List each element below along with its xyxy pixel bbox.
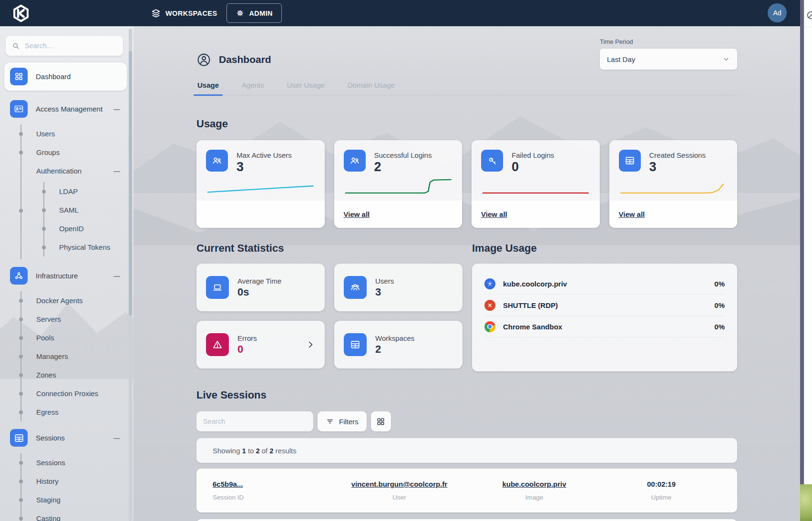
time-period-select[interactable]: Last Day: [600, 49, 737, 70]
layers-icon: [151, 8, 161, 19]
collapse-minus-icon[interactable]: [113, 109, 120, 110]
users-trio-icon: [344, 276, 367, 299]
sidebar-item-dashboard[interactable]: Dashboard: [4, 62, 127, 91]
stat-card-errors[interactable]: Errors0: [196, 321, 325, 368]
sparkline-chart: [344, 175, 453, 196]
session-image-link[interactable]: kube.coolcorp.priv: [502, 480, 566, 488]
usage-card-value: 3: [236, 160, 292, 174]
page-scrollbar[interactable]: [800, 0, 804, 484]
image-usage-row: SHUTTLE (RDP)0%: [484, 295, 725, 316]
sidebar-item-ldap[interactable]: LDAP: [44, 182, 134, 201]
current-statistics-cards: Average Time0sUsers3Errors0Workspaces2: [196, 264, 463, 368]
stat-card-value: 3: [375, 286, 394, 298]
sidebar-item-label: Dashboard: [36, 72, 71, 81]
sidebar-item-egress[interactable]: Egress: [21, 403, 134, 421]
sidebar-section-infrastructure[interactable]: Infrastructure: [0, 262, 134, 289]
table-icon: [10, 429, 28, 447]
tab-agents[interactable]: Agents: [241, 81, 265, 95]
kasm-logo-icon[interactable]: [11, 4, 31, 23]
collapse-minus-icon[interactable]: [113, 276, 120, 277]
main-content: Dashboard Time Period Last Day UsageAgen…: [134, 26, 800, 521]
id-card-icon: [10, 100, 28, 118]
sidebar-item-authentication[interactable]: Authentication: [36, 162, 134, 180]
usage-card-max-active-users: Max Active Users3: [196, 140, 325, 228]
tab-domain-usage[interactable]: Domain Usage: [347, 81, 396, 95]
blocked-slash-icon: [806, 10, 812, 20]
live-sessions-search-input[interactable]: [203, 418, 307, 425]
view-all-link[interactable]: View all: [344, 210, 370, 218]
sidebar-item-docker-agents[interactable]: Docker Agents: [21, 291, 134, 310]
sidebar-navigation: DashboardAccess ManagementUsersGroupsAut…: [0, 62, 134, 521]
stat-card-workspaces: Workspaces2: [334, 321, 463, 368]
stat-card-users: Users3: [334, 264, 463, 311]
sidebar-item-sessions[interactable]: Sessions: [21, 453, 134, 472]
sidebar-item-zones[interactable]: Zones: [21, 366, 134, 384]
sidebar-item-history[interactable]: History: [21, 472, 134, 490]
table-icon: [344, 333, 367, 356]
view-all-link[interactable]: View all: [619, 210, 645, 218]
background-image-fragment: [800, 484, 812, 521]
stat-card-label: Average Time: [237, 277, 281, 285]
session-id-link[interactable]: 6c5b9a...: [213, 480, 243, 488]
image-usage-title: Image Usage: [472, 242, 737, 255]
session-user-link[interactable]: vincent.burgun@coolcorp.fr: [351, 480, 447, 488]
sidebar-item-groups[interactable]: Groups: [21, 143, 134, 162]
usage-card-value: 3: [649, 160, 706, 174]
usage-card-failed-logins: Failed Logins0View all: [472, 140, 600, 228]
view-all-link[interactable]: View all: [481, 210, 507, 218]
sparkline-chart: [619, 175, 728, 196]
page-title: Dashboard: [219, 54, 271, 65]
usage-section-title: Usage: [196, 118, 737, 130]
image-name: kube.coolcorp.priv: [503, 280, 567, 288]
sidebar-search-input[interactable]: [25, 42, 106, 50]
sidebar-search[interactable]: [6, 36, 123, 56]
sidebar-item-connection-proxies[interactable]: Connection Proxies: [21, 384, 134, 403]
chrome-icon: [484, 321, 495, 332]
workspaces-nav-link[interactable]: WORKSPACES: [151, 8, 217, 19]
sidebar-item-physical-tokens[interactable]: Physical Tokens: [44, 238, 134, 256]
grid-view-button[interactable]: [371, 411, 391, 431]
admin-nav-button[interactable]: ADMIN: [226, 3, 282, 23]
dashboard-grid-icon: [10, 68, 28, 85]
browser-edge-strip: [804, 0, 812, 521]
image-name: Chrome Sandbox: [503, 323, 562, 331]
stat-card-value: 0s: [237, 286, 281, 298]
chevron-right-icon[interactable]: [306, 340, 315, 349]
sidebar-section-sessions[interactable]: Sessions: [0, 424, 134, 451]
filters-button[interactable]: Filters: [318, 411, 367, 431]
session-row-partial: [196, 519, 737, 521]
sidebar-item-servers[interactable]: Servers: [21, 310, 134, 328]
collapse-minus-icon[interactable]: [113, 171, 120, 172]
tab-usage[interactable]: Usage: [196, 81, 220, 95]
collapse-minus-icon[interactable]: [113, 438, 120, 439]
sidebar-section-label: Infrastructure: [36, 272, 78, 280]
live-sessions-search[interactable]: [196, 411, 313, 431]
sidebar-item-pools[interactable]: Pools: [21, 328, 134, 347]
dashboard-user-icon: [196, 52, 211, 67]
sidebar-item-users[interactable]: Users: [21, 124, 134, 143]
sidebar-item-managers[interactable]: Managers: [21, 347, 134, 366]
image-usage-percent: 0%: [714, 301, 725, 309]
image-name: SHUTTLE (RDP): [503, 301, 558, 309]
table-icon: [619, 150, 641, 172]
sidebar-item-staging[interactable]: Staging: [21, 490, 134, 509]
session-image-label: Image: [525, 494, 544, 501]
sidebar-section-access-management[interactable]: Access Management: [0, 95, 134, 123]
gear-icon: [236, 9, 245, 18]
sidebar-item-openid[interactable]: OpenID: [44, 219, 134, 238]
key-icon: [481, 150, 503, 172]
sidebar-scrollbar-thumb[interactable]: [129, 51, 132, 316]
sidebar-item-saml[interactable]: SAML: [44, 201, 134, 219]
grid-view-icon: [376, 417, 385, 426]
session-row: 6c5b9a... Session ID vincent.burgun@cool…: [196, 469, 737, 512]
avatar-initials: Ad: [773, 9, 781, 17]
stat-card-value: 2: [375, 343, 414, 356]
usage-cards: Max Active Users3Successful Logins2View …: [196, 140, 737, 228]
usage-card-label: Failed Logins: [512, 151, 554, 159]
results-summary: Showing 1 to 2 of 2 results: [196, 438, 737, 463]
tab-user-usage[interactable]: User Usage: [286, 81, 326, 95]
sidebar-item-casting[interactable]: Casting: [21, 509, 134, 521]
admin-label: ADMIN: [249, 10, 273, 17]
session-id-label: Session ID: [213, 494, 244, 501]
user-avatar[interactable]: Ad: [768, 3, 787, 22]
